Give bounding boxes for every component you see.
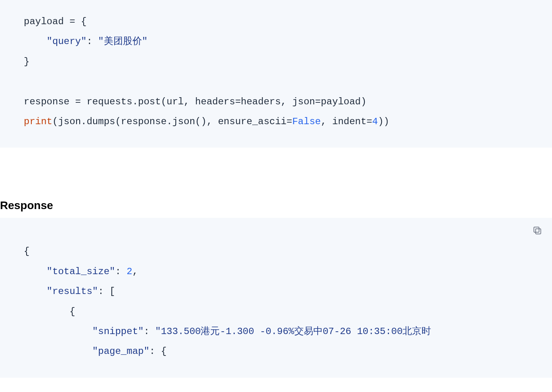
code-line: }: [24, 56, 29, 67]
code-line: "page_map": {: [24, 346, 167, 357]
code-line: response = requests.post(url, headers=he…: [24, 96, 366, 107]
code-line: "results": [: [24, 286, 115, 297]
svg-rect-1: [534, 227, 539, 233]
code-line: payload = {: [24, 16, 86, 27]
code-line: print(json.dumps(response.json(), ensure…: [24, 116, 389, 127]
code-line: "total_size": 2,: [24, 266, 138, 277]
copy-icon: [532, 225, 543, 236]
response-code-block: { "total_size": 2, "results": [ { "snipp…: [0, 218, 552, 377]
response-heading: Response: [0, 199, 552, 218]
code-line: "snippet": "133.500港元-1.300 -0.96%交易中07-…: [24, 326, 431, 337]
request-code-block: payload = { "query": "美团股价" } response =…: [0, 0, 552, 148]
code-line: {: [24, 306, 75, 317]
svg-rect-0: [536, 229, 541, 234]
code-line: "query": "美团股价": [24, 36, 148, 47]
copy-button[interactable]: [532, 225, 543, 236]
code-line: {: [24, 246, 29, 257]
